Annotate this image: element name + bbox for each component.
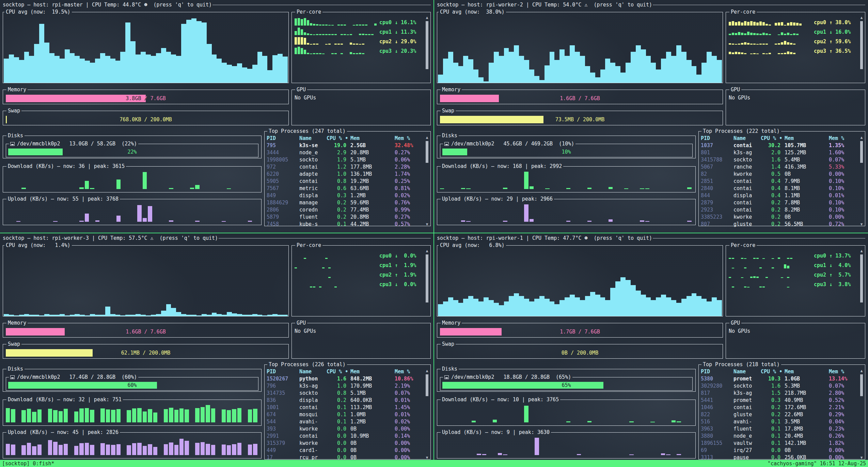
process-row[interactable]: 516avahi-0.13.5MB0.04% [701, 418, 858, 425]
per-core-scrollbar[interactable]: ▲ [859, 16, 864, 81]
process-row[interactable]: 393kworke0.00B0.00% [267, 425, 424, 433]
process-row[interactable]: 2806coredn0.277.4MB0.99% [267, 206, 424, 214]
col-pid[interactable]: PID [701, 135, 733, 142]
scroll-up-icon[interactable]: ▲ [861, 16, 863, 20]
scrollbar-thumb[interactable] [426, 21, 428, 69]
process-row[interactable]: 1046contai0.2172.6MB2.21% [701, 404, 858, 411]
process-row[interactable]: 2991contai0.010.9MB0.14% [267, 433, 424, 440]
col-mem[interactable]: Mem [783, 135, 827, 142]
col-name[interactable]: Name [733, 135, 761, 142]
scroll-up-icon[interactable]: ▲ [861, 249, 863, 253]
process-row[interactable]: 7567metric0.663.6MB0.81% [267, 185, 424, 192]
process-row[interactable]: 801k3s-ag2.0125.2MB1.60% [701, 149, 858, 156]
process-row[interactable]: 69irq/270.00B0.00% [701, 447, 858, 454]
process-row[interactable]: 5879fluent0.220.8MB0.27% [267, 214, 424, 221]
process-table-header[interactable]: PID Name CPU % • Mem Mem % [267, 135, 424, 142]
col-pid[interactable]: PID [701, 368, 733, 375]
scroll-down-icon[interactable]: ▼ [861, 222, 863, 227]
process-scrollbar[interactable]: ▲ ▼ [859, 369, 864, 460]
process-scrollbar[interactable]: ▲ ▼ [425, 369, 429, 460]
process-row[interactable]: 674mosqui0.11.0MB0.01% [267, 411, 424, 418]
process-scrollbar[interactable]: ▲ ▼ [859, 136, 864, 227]
process-row[interactable]: 1037contai30.2105.7MB1.35% [701, 142, 858, 149]
process-table-header[interactable]: PID Name CPU % • Mem Mem % [701, 135, 858, 142]
col-cpu[interactable]: CPU % • [327, 368, 349, 375]
col-cpu[interactable]: CPU % • [327, 135, 349, 142]
process-table-header[interactable]: PID Name CPU % • Mem Mem % [267, 368, 424, 375]
process-row[interactable]: 3415788sockto1.65.4MB0.07% [701, 156, 858, 164]
process-row[interactable]: 6220adapte1.0136.1MB1.74% [267, 171, 424, 178]
process-row[interactable]: 796k3s-ag1.0170.9MB2.19% [267, 383, 424, 390]
process-scrollbar[interactable]: ▲ ▼ [425, 136, 429, 227]
col-mempct[interactable]: Mem % [827, 368, 858, 375]
process-row[interactable]: 3385223kworke0.20B0.00% [701, 214, 858, 221]
process-row[interactable]: 2851contai0.47.9MB0.10% [701, 178, 858, 185]
process-row[interactable]: 3880node_e0.120.4MB0.26% [701, 433, 858, 440]
scrollbar-thumb[interactable] [860, 21, 863, 69]
process-row[interactable]: 2840contai0.48.1MB0.10% [701, 185, 858, 192]
process-row[interactable]: 817k3s-ag1.5218.7MB2.80% [701, 390, 858, 397]
per-core-scrollbar[interactable]: ▲ [425, 249, 429, 315]
process-row[interactable]: 2923contai0.28.2MB0.10% [701, 206, 858, 214]
col-cpu[interactable]: CPU % • [761, 368, 783, 375]
process-row[interactable]: 795k3s-se19.02.5GB32.48% [267, 142, 424, 149]
status-session-window[interactable]: [socktop] 0:fish* [2, 461, 54, 467]
socktop-pane[interactable]: socktop — host: rpi-worker-1 | CPU Temp:… [434, 233, 868, 460]
process-row[interactable]: 844displa0.41.1MB0.01% [701, 192, 858, 199]
per-core-scrollbar[interactable]: ▲ [425, 16, 429, 81]
scrollbar-thumb[interactable] [426, 254, 428, 302]
col-mempct[interactable]: Mem % [393, 135, 424, 142]
scrollbar-thumb[interactable] [860, 141, 863, 163]
process-row[interactable]: 3444node_e2.920.8MB0.27% [267, 149, 424, 156]
col-mem[interactable]: Mem [349, 135, 393, 142]
scroll-up-icon[interactable]: ▲ [426, 249, 428, 253]
process-row[interactable]: 3029280sockto1.65.3MB0.07% [701, 383, 858, 390]
scroll-down-icon[interactable]: ▼ [426, 222, 428, 227]
col-pid[interactable]: PID [267, 368, 299, 375]
scroll-up-icon[interactable]: ▲ [426, 16, 428, 20]
scroll-up-icon[interactable]: ▲ [861, 136, 863, 140]
process-row[interactable]: 315379kworke0.00B0.00% [267, 440, 424, 447]
scrollbar-thumb[interactable] [426, 141, 428, 163]
col-name[interactable]: Name [299, 368, 327, 375]
process-row[interactable]: 807gluste0.256.5MB0.72% [701, 221, 858, 228]
process-row[interactable]: 822gluste0.222.6MB0.29% [701, 411, 858, 418]
col-name[interactable]: Name [733, 368, 761, 375]
process-row[interactable]: 849displa0.31.2MB0.02% [267, 192, 424, 199]
process-row[interactable]: 5905contai0.819.2MB0.25% [267, 178, 424, 185]
process-row[interactable]: 1884629manage0.259.6MB0.76% [267, 199, 424, 206]
process-row[interactable]: 972contai1.2177.8MB2.28% [267, 164, 424, 171]
scroll-down-icon[interactable]: ▼ [426, 456, 428, 460]
process-row[interactable]: 1896155vaultw0.1142.1MB1.82% [701, 440, 858, 447]
scrollbar-thumb[interactable] [860, 254, 863, 302]
process-row[interactable]: 836displa0.2640.0KB0.01% [267, 397, 424, 404]
scroll-down-icon[interactable]: ▼ [861, 456, 863, 460]
process-row[interactable]: 1001contai0.1113.2MB1.45% [267, 404, 424, 411]
process-row[interactable]: 3313pause0.0256.0KB0.00% [701, 454, 858, 460]
process-row[interactable]: 2879contai0.27.8MB0.10% [701, 199, 858, 206]
scrollbar-thumb[interactable] [860, 374, 863, 396]
process-row[interactable]: 1520267python1.6848.2MB10.86% [267, 375, 424, 383]
col-name[interactable]: Name [299, 135, 327, 142]
socktop-pane[interactable]: socktop — host: rpi-worker-3 | CPU Temp:… [0, 233, 433, 460]
per-core-scrollbar[interactable]: ▲ [859, 249, 864, 315]
socktop-pane[interactable]: socktop — host: rpi-master | CPU Temp: 4… [0, 0, 433, 233]
process-row[interactable]: 82kworke0.50B0.00% [701, 171, 858, 178]
process-row[interactable]: 3963fluent0.117.8MB0.23% [701, 425, 858, 433]
scroll-up-icon[interactable]: ▲ [426, 369, 428, 373]
col-mem[interactable]: Mem [783, 368, 827, 375]
process-row[interactable]: 544avahi-0.11.2MB0.02% [267, 418, 424, 425]
process-row[interactable]: 449card1-0.00B0.00% [267, 447, 424, 454]
col-mem[interactable]: Mem [349, 368, 393, 375]
scroll-up-icon[interactable]: ▲ [861, 369, 863, 373]
process-table-header[interactable]: PID Name CPU % • Mem Mem % [701, 368, 858, 375]
process-row[interactable]: 5441promet0.340.9MB0.52% [701, 397, 858, 404]
process-row[interactable]: 5380promet10.31.0GB13.14% [701, 375, 858, 383]
col-cpu[interactable]: CPU % • [761, 135, 783, 142]
process-row[interactable]: 7458kube-s0.144.2MB0.57% [267, 221, 424, 228]
scroll-up-icon[interactable]: ▲ [426, 136, 428, 140]
col-mempct[interactable]: Mem % [827, 135, 858, 142]
socktop-pane[interactable]: socktop — host: rpi-worker-2 | CPU Temp:… [434, 0, 868, 233]
process-row[interactable]: 314735sockto0.85.1MB0.07% [267, 390, 424, 397]
process-row[interactable]: 5067ranche1.4416.3MB5.33% [701, 164, 858, 171]
